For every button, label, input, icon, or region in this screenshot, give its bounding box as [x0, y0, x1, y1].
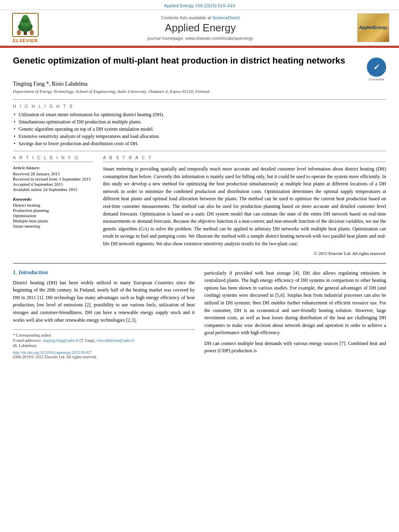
highlights-header: H I G H L I G H T S: [13, 104, 386, 109]
accepted-date: Accepted 4 September 2015: [13, 182, 93, 187]
elsevier-tree-icon: [12, 12, 39, 37]
email-line: E-mail addresses: tingting.fang@aalto.fi…: [13, 338, 195, 343]
sciencedirect-link[interactable]: ScienceDirect: [212, 15, 240, 20]
journal-header: ELSEVIER Contents lists available at Sci…: [0, 10, 399, 46]
doi-line: http://dx.doi.org/10.1016/j.apenergy.201…: [13, 350, 195, 355]
article-title-row: Genetic optimization of multi-plant heat…: [13, 55, 386, 77]
doi-link[interactable]: http://dx.doi.org/10.1016/j.apenergy.201…: [13, 350, 92, 355]
intro-paragraph-right-1: particularly if provided with heat stora…: [204, 269, 386, 337]
article-info-divider: [13, 151, 386, 151]
corresponding-author-label: * Corresponding author.: [13, 333, 195, 337]
keyword: Multiple heat plants: [13, 218, 93, 223]
affiliation: Department of Energy Technology, School …: [13, 89, 386, 94]
keyword: District heating: [13, 203, 93, 207]
article-history: Article history: Received 28 January 201…: [13, 165, 93, 192]
article-info-abstract-section: A R T I C L E I N F O Article history: R…: [13, 155, 386, 256]
received-date: Received 28 January 2015: [13, 171, 93, 176]
article-title: Genetic optimization of multi-plant heat…: [13, 55, 367, 67]
article-content: Genetic optimization of multi-plant heat…: [0, 48, 399, 366]
body-section: 1. Introduction District heating (DH) ha…: [13, 263, 386, 359]
elsevier-label: ELSEVIER: [13, 38, 38, 43]
article-info-col: A R T I C L E I N F O Article history: R…: [13, 155, 93, 256]
journal-title: Applied Energy: [43, 22, 357, 34]
abstract-text: Smart metering is providing spatially an…: [103, 165, 386, 248]
footnote-area: * Corresponding author. E-mail addresses…: [13, 329, 195, 359]
authors: Tingting Fang *, Risto Lahdelma: [13, 81, 386, 87]
section-title: 1. Introduction: [13, 269, 195, 276]
article-info-header: A R T I C L E I N F O: [13, 155, 93, 162]
combined-text: Combined: [348, 341, 368, 346]
crossmark-icon: ✓: [373, 62, 380, 72]
journal-corner-image: AppliedEnergy: [357, 13, 389, 42]
issn-line: 0306-2619/© 2015 Elsevier Ltd. All right…: [13, 355, 195, 359]
contents-line: Contents lists available at ScienceDirec…: [43, 15, 357, 20]
svg-point-4: [23, 15, 28, 20]
highlight-item: Genetic algorithm operating on top of a …: [13, 126, 386, 132]
abstract-col: A B S T R A C T Smart metering is provid…: [103, 155, 386, 256]
svg-point-5: [17, 30, 21, 35]
journal-citation: Applied Energy 159 (2015) 610–619: [164, 3, 235, 8]
body-right-col: particularly if provided with heat stora…: [204, 269, 386, 359]
email-line-2: (R. Lahdelma).: [13, 343, 195, 348]
elsevier-logo: ELSEVIER: [7, 12, 43, 43]
journal-homepage: journal homepage: www.elsevier.com/locat…: [43, 36, 357, 41]
crossmark-label: CrossMark: [367, 78, 386, 81]
keywords-label: Keywords:: [13, 197, 93, 201]
highlight-item: Savings due to lower production and dist…: [13, 141, 386, 147]
keyword: Optimization: [13, 213, 93, 218]
corner-label: AppliedEnergy: [359, 25, 388, 30]
intro-paragraph-1: District heating (DH) has been widely ut…: [13, 279, 195, 324]
intro-paragraph-right-2: DH can connect multiple heat demands wit…: [204, 340, 386, 355]
highlight-item: Extensive sensitivity analysis of supply…: [13, 134, 386, 140]
highlight-item: Simultaneous optimization of DH producti…: [13, 119, 386, 125]
journal-center: Contents lists available at ScienceDirec…: [43, 15, 357, 41]
keyword: Production planning: [13, 208, 93, 213]
available-date: Available online 24 September 2015: [13, 187, 93, 192]
abstract-header: A B S T R A C T: [103, 155, 386, 162]
crossmark-circle: ✓: [367, 58, 386, 77]
history-label: Article history:: [13, 165, 93, 170]
body-two-col: 1. Introduction District heating (DH) ha…: [13, 269, 386, 359]
email-link-2[interactable]: risto.lahdelma@aalto.fi: [97, 338, 134, 343]
highlights-divider: [13, 99, 386, 100]
keywords-section: Keywords: District heating Production pl…: [13, 197, 93, 228]
svg-point-6: [30, 30, 34, 35]
email-link-1[interactable]: tingting.fang@aalto.fi: [43, 338, 79, 343]
highlights-list: Utilization of smart meter information f…: [13, 112, 386, 147]
body-left-col: 1. Introduction District heating (DH) ha…: [13, 269, 195, 359]
revised-date: Received in revised form 3 September 201…: [13, 177, 93, 181]
keyword: Smart metering: [13, 224, 93, 228]
crossmark-badge: ✓ CrossMark: [367, 58, 386, 77]
highlight-item: Utilization of smart meter information f…: [13, 112, 386, 118]
page: Applied Energy 159 (2015) 610–619 ELSEVI…: [0, 0, 399, 532]
journal-top-bar: Applied Energy 159 (2015) 610–619: [0, 0, 399, 10]
abstract-copyright: © 2015 Elsevier Ltd. All rights reserved…: [103, 251, 386, 256]
